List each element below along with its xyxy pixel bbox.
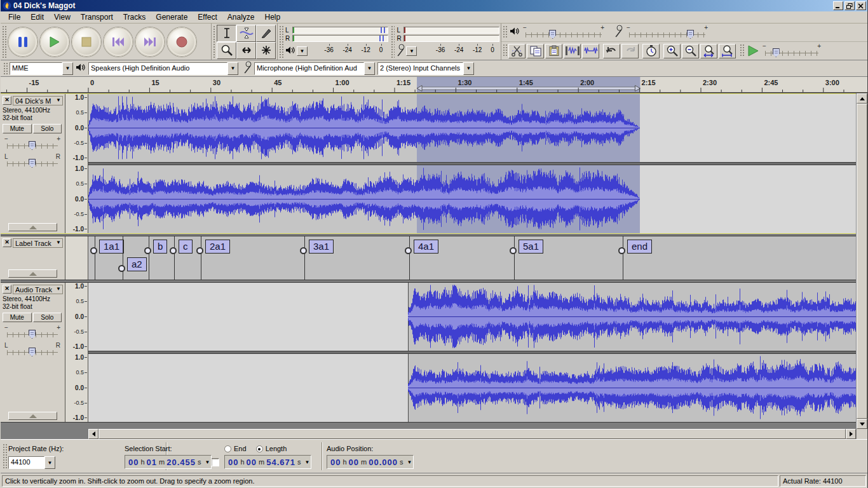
vertical-scrollbar[interactable] xyxy=(856,93,867,429)
label-chip[interactable]: 5a1 xyxy=(519,240,543,254)
redo-button[interactable] xyxy=(621,44,639,58)
label-chip[interactable]: b xyxy=(153,240,167,254)
label-handle[interactable] xyxy=(170,247,177,254)
toolbar-grip[interactable] xyxy=(278,25,283,58)
toolbar-grip[interactable] xyxy=(739,43,744,57)
solo-button[interactable]: Solo xyxy=(33,124,62,133)
end-radio[interactable] xyxy=(224,445,231,452)
sync-lock-button[interactable] xyxy=(642,44,660,58)
stop-button[interactable] xyxy=(72,27,101,57)
rewind-button[interactable] xyxy=(104,27,133,57)
audio-host-select[interactable]: MME ▼ xyxy=(10,62,73,75)
output-device-select[interactable]: Speakers (High Definition Audio ▼ xyxy=(88,62,238,75)
vertical-scroll-thumb[interactable] xyxy=(857,104,867,419)
record-meter[interactable]: LR▼-36-24-120 xyxy=(395,24,501,59)
draw-tool-button[interactable] xyxy=(256,25,276,42)
gain-slider[interactable]: −+ xyxy=(3,325,62,340)
track-title-menu[interactable]: Label Track ▼ xyxy=(13,238,63,248)
label-handle[interactable] xyxy=(196,247,203,254)
minimize-button[interactable] xyxy=(833,1,843,10)
label-handle[interactable] xyxy=(118,265,125,272)
input-channels-select[interactable]: 2 (Stereo) Input Channels ▼ xyxy=(377,62,474,75)
audio-position-field[interactable]: 00h00m00.000s▼ xyxy=(327,455,414,469)
waveform-canvas[interactable] xyxy=(88,94,856,233)
snap-to-checkbox[interactable] xyxy=(211,458,219,466)
toolbar-grip[interactable] xyxy=(502,43,507,57)
playback-speed-slider[interactable]: −+ xyxy=(761,43,822,58)
vertical-ruler[interactable]: 1.00.50.0-0.5-1.01.00.50.0-0.5-1.0 xyxy=(65,94,88,233)
track-title-menu[interactable]: 04 Dick's M ▼ xyxy=(13,96,63,105)
menu-item-help[interactable]: Help xyxy=(260,11,286,23)
scroll-right-button[interactable] xyxy=(846,429,856,439)
horizontal-scrollbar[interactable] xyxy=(88,429,856,439)
scroll-up-button[interactable] xyxy=(857,93,867,104)
chevron-down-icon[interactable]: ▼ xyxy=(364,62,375,75)
restore-button[interactable] xyxy=(844,1,855,10)
toolbar-grip[interactable] xyxy=(2,443,7,470)
paste-button[interactable] xyxy=(545,44,562,58)
waveform-canvas[interactable] xyxy=(88,283,856,422)
chevron-down-icon[interactable]: ▼ xyxy=(44,456,55,469)
label-handle[interactable] xyxy=(300,247,307,254)
waveform-area[interactable] xyxy=(88,283,856,422)
menu-item-tracks[interactable]: Tracks xyxy=(118,11,151,23)
solo-button[interactable]: Solo xyxy=(33,313,62,322)
time-shift-tool-button[interactable] xyxy=(236,42,256,59)
label-chip[interactable]: end xyxy=(627,240,652,254)
chevron-down-icon[interactable]: ▼ xyxy=(407,459,412,465)
play-button[interactable] xyxy=(40,27,69,57)
input-device-select[interactable]: Microphone (High Definition Aud ▼ xyxy=(254,62,375,75)
toolbar-grip[interactable] xyxy=(1,25,6,58)
vertical-ruler[interactable]: 1.00.50.0-0.5-1.01.00.50.0-0.5-1.0 xyxy=(65,283,88,422)
chevron-down-icon[interactable]: ▼ xyxy=(305,459,310,465)
label-handle[interactable] xyxy=(405,247,412,254)
toolbar-grip[interactable] xyxy=(390,25,395,58)
selection-tool-button[interactable] xyxy=(217,25,236,42)
toolbar-grip[interactable] xyxy=(3,62,8,74)
horizontal-scroll-thumb[interactable] xyxy=(98,429,846,439)
menu-item-file[interactable]: File xyxy=(3,11,25,23)
menu-item-effect[interactable]: Effect xyxy=(193,11,222,23)
waveform-area[interactable] xyxy=(88,94,856,233)
menu-item-transport[interactable]: Transport xyxy=(76,11,118,23)
toolbar-grip[interactable] xyxy=(212,25,215,58)
selection-length-field[interactable]: 00h00m54.671s▼ xyxy=(224,455,311,469)
pan-slider[interactable]: LR xyxy=(3,342,62,358)
play-at-speed-button[interactable] xyxy=(745,43,761,58)
fast-forward-button[interactable] xyxy=(135,27,165,57)
track-collapse-button[interactable] xyxy=(8,269,57,278)
label-handle[interactable] xyxy=(144,247,151,254)
track-collapse-button[interactable] xyxy=(8,412,57,420)
track-title-menu[interactable]: Audio Track ▼ xyxy=(13,285,63,294)
label-chip[interactable]: 1a1 xyxy=(99,240,124,254)
fit-selection-button[interactable] xyxy=(700,44,717,58)
playback-meter[interactable]: LR▼-36-24-120 xyxy=(284,24,390,59)
label-chip[interactable]: a2 xyxy=(127,257,147,271)
pause-button[interactable] xyxy=(8,27,37,57)
gain-slider[interactable]: −+ xyxy=(3,136,62,151)
undo-button[interactable] xyxy=(603,44,620,58)
track-close-button[interactable]: ✕ xyxy=(3,285,11,294)
selection-start-field[interactable]: 00h01m20.455s▼ xyxy=(125,455,212,469)
timeline-ruler[interactable]: -1501530451:001:151:301:452:002:152:302:… xyxy=(1,77,867,93)
fit-project-button[interactable] xyxy=(719,44,736,58)
zoom-out-button[interactable] xyxy=(682,44,699,58)
menu-item-generate[interactable]: Generate xyxy=(151,11,193,23)
pan-slider[interactable]: LR xyxy=(3,154,62,169)
cut-button[interactable] xyxy=(508,44,526,58)
scroll-left-button[interactable] xyxy=(88,429,98,439)
project-rate-select[interactable]: 44100 ▼ xyxy=(8,456,55,469)
label-chip[interactable]: 4a1 xyxy=(414,240,438,254)
chevron-down-icon[interactable]: ▼ xyxy=(205,459,210,465)
chevron-down-icon[interactable]: ▼ xyxy=(227,62,238,75)
copy-button[interactable] xyxy=(527,44,544,58)
multi-tool-button[interactable] xyxy=(256,42,276,59)
label-chip[interactable]: 2a1 xyxy=(205,240,230,254)
label-handle[interactable] xyxy=(510,247,517,254)
trim-button[interactable] xyxy=(564,44,581,58)
label-chip[interactable]: 3a1 xyxy=(309,240,334,254)
title-bar[interactable]: 04 Dick's Maggot xyxy=(1,0,867,11)
label-chip[interactable]: c xyxy=(179,240,193,254)
mute-button[interactable]: Mute xyxy=(3,124,32,133)
label-canvas[interactable]: 1a1a2bc2a13a14a15a1end xyxy=(88,236,856,280)
